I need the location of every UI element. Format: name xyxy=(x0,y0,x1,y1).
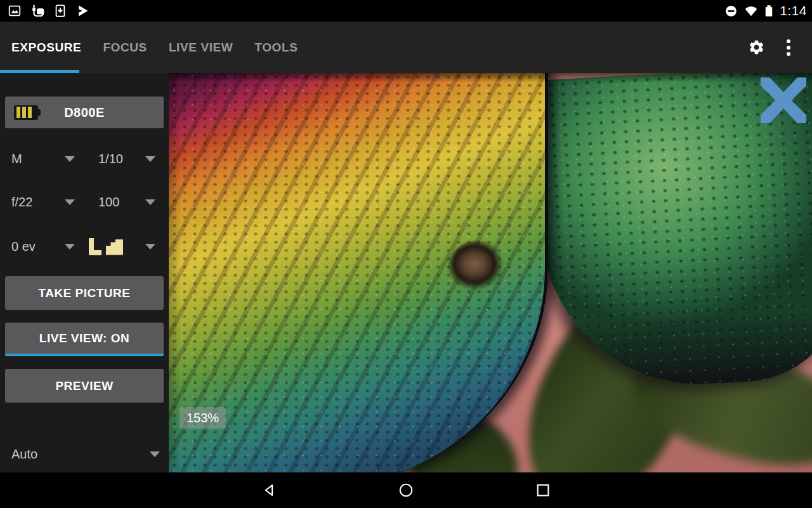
overflow-menu-icon[interactable] xyxy=(784,37,793,58)
exposure-compensation-dropdown-icon[interactable] xyxy=(65,244,75,250)
exposure-compensation-value[interactable]: 0 ev xyxy=(11,239,60,254)
app-toolbar: EXPOSURE FOCUS LIVE VIEW TOOLS xyxy=(0,22,812,73)
exposure-mode-value[interactable]: M xyxy=(11,152,60,166)
download-notification-icon xyxy=(53,4,67,18)
tab-bar: EXPOSURE FOCUS LIVE VIEW TOOLS xyxy=(0,22,298,73)
play-store-icon xyxy=(75,4,89,18)
tab-focus[interactable]: FOCUS xyxy=(103,41,147,55)
toolbar-actions xyxy=(748,37,812,58)
live-view-toggle-button[interactable]: LIVE VIEW: ON xyxy=(5,323,164,356)
active-tab-indicator xyxy=(0,70,79,73)
image-notification-icon xyxy=(8,4,22,18)
shutter-speed-dropdown-icon[interactable] xyxy=(145,156,155,162)
shutter-speed-value[interactable]: 1/10 xyxy=(79,152,136,166)
zoom-level-badge: 153% xyxy=(180,407,226,429)
aperture-dropdown-icon[interactable] xyxy=(65,199,75,205)
photo-beetle-spot xyxy=(449,241,506,293)
live-view-image[interactable]: 153% xyxy=(169,73,812,472)
iso-value[interactable]: 100 xyxy=(79,195,136,210)
usb-otg-storage-icon xyxy=(30,4,45,18)
bottom-dropdown-icon xyxy=(150,451,160,457)
home-button[interactable] xyxy=(397,481,415,499)
close-icon[interactable] xyxy=(761,77,806,123)
quality-fine-glyph xyxy=(106,239,123,255)
exposure-mode-dropdown-icon[interactable] xyxy=(65,156,75,162)
status-bar-system-icons: 1:14 xyxy=(724,3,807,18)
take-picture-button[interactable]: TAKE PICTURE xyxy=(5,276,164,310)
clock: 1:14 xyxy=(780,3,807,18)
status-bar-notification-icons xyxy=(8,4,89,18)
back-button[interactable] xyxy=(260,481,278,499)
bottom-dropdown[interactable]: Auto xyxy=(0,444,169,464)
recents-button[interactable] xyxy=(534,481,552,499)
tab-live-view[interactable]: LIVE VIEW xyxy=(169,41,233,55)
camera-battery-icon xyxy=(14,105,38,120)
status-bar: 1:14 xyxy=(0,0,812,22)
battery-icon xyxy=(764,4,773,18)
iso-dropdown-icon[interactable] xyxy=(145,199,155,205)
android-navigation-bar xyxy=(0,472,812,508)
quality-large-glyph xyxy=(89,238,102,255)
tab-tools[interactable]: TOOLS xyxy=(254,41,298,55)
camera-model-button[interactable]: D800E xyxy=(5,97,164,128)
image-quality-icon[interactable] xyxy=(89,238,136,255)
android-screen: 1:14 EXPOSURE FOCUS LIVE VIEW TOOLS D800… xyxy=(0,0,812,508)
exposure-control-panel: D800E M 1/10 f/22 100 0 ev xyxy=(0,73,169,472)
image-quality-dropdown-icon[interactable] xyxy=(145,244,155,250)
do-not-disturb-icon xyxy=(724,4,738,18)
preview-button[interactable]: PREVIEW xyxy=(5,369,164,403)
wifi-icon xyxy=(744,4,758,17)
settings-gear-icon[interactable] xyxy=(748,39,765,56)
bottom-dropdown-value: Auto xyxy=(11,447,37,462)
tab-exposure[interactable]: EXPOSURE xyxy=(11,41,81,55)
aperture-value[interactable]: f/22 xyxy=(11,195,60,210)
